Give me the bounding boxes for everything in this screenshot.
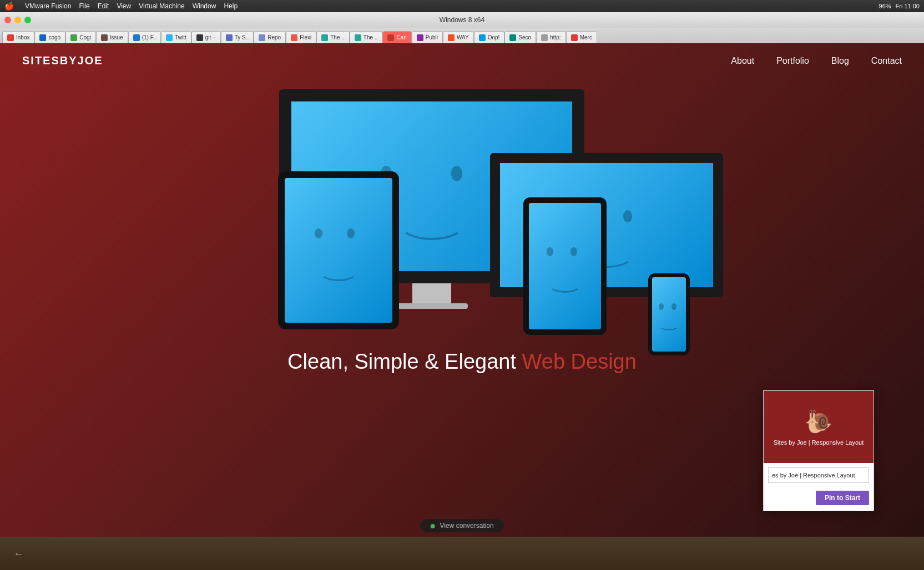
tab-git[interactable]: git – <box>191 31 221 43</box>
hero-text-white: Clean, Simple & Elegant <box>287 350 516 373</box>
tab-issue[interactable]: Issue <box>96 31 128 43</box>
menu-help[interactable]: Help <box>224 2 238 10</box>
tab-label: Inbox <box>16 34 29 40</box>
tab-favicon <box>39 34 46 41</box>
site-nav-links: About Portfolio Blog Contact <box>731 56 902 66</box>
tab-twitter[interactable]: Twitt <box>161 31 191 43</box>
menu-window[interactable]: Window <box>193 2 216 10</box>
maximize-button[interactable] <box>24 17 31 23</box>
logo-text-bold: BYJOE <box>60 54 103 67</box>
conversation-text: View conversation <box>440 522 494 530</box>
tablet-mid-eye-left <box>547 247 553 256</box>
tablet-mouth <box>319 262 358 281</box>
tab-label: Publi <box>426 34 438 40</box>
tab-publi[interactable]: Publi <box>412 31 443 43</box>
tab-merc[interactable]: Merc <box>566 31 597 43</box>
tab-label: cogo <box>48 34 60 40</box>
site-logo: SITESBYJOE <box>22 54 103 67</box>
nav-contact[interactable]: Contact <box>871 56 902 66</box>
windows-taskbar: ← <box>0 537 924 570</box>
close-button[interactable] <box>4 17 11 23</box>
tab-favicon <box>101 34 108 41</box>
tab-bar: Inbox cogo Cogi Issue (1) F.. Twitt <box>0 28 924 43</box>
tab-way[interactable]: WAY <box>443 31 474 43</box>
tab-favicon <box>133 34 140 41</box>
pin-popup-thumbnail: 🐌 Sites by Joe | Responsive Layout <box>764 391 873 463</box>
apple-logo[interactable]: 🍎 <box>4 2 14 11</box>
menubar-left: 🍎 VMware Fusion File Edit View Virtual M… <box>4 2 238 11</box>
window-controls <box>4 17 31 23</box>
tab-cogi[interactable]: Cogi <box>65 31 96 43</box>
tab-cogo[interactable]: cogo <box>34 31 65 43</box>
device-phone <box>648 273 690 355</box>
tab-oop[interactable]: Oop! <box>474 31 505 43</box>
monitor-base <box>396 303 468 309</box>
pin-to-start-popup: 🐌 Sites by Joe | Responsive Layout Pin t… <box>763 390 874 511</box>
tab-favicon <box>166 34 173 41</box>
nav-portfolio[interactable]: Portfolio <box>776 56 809 66</box>
device-tablet-mid <box>523 197 607 335</box>
snail-icon: 🐌 <box>805 409 832 435</box>
tab-favicon <box>355 34 361 41</box>
tab-http[interactable]: http: <box>536 31 565 43</box>
phone-eye-left <box>659 303 664 310</box>
menu-edit[interactable]: Edit <box>98 2 109 10</box>
nav-about[interactable]: About <box>731 56 754 66</box>
hero-text-accent: Web Design <box>522 350 637 373</box>
tab-favicon <box>291 34 297 41</box>
tab-favicon <box>259 34 265 41</box>
tablet-mid-eye-right <box>570 247 577 256</box>
monitor-eye-right <box>451 166 462 181</box>
tab-label: Repo <box>267 34 281 40</box>
laptop-eye-right <box>623 210 632 222</box>
tab-favicon <box>7 34 14 41</box>
tab-favicon <box>196 34 203 41</box>
tab-seco[interactable]: Seco <box>504 31 536 43</box>
tab-label: Can <box>396 34 406 40</box>
pin-to-start-button[interactable]: Pin to Start <box>816 491 869 505</box>
browser-content: SITESBYJOE About Portfolio Blog Contact <box>0 43 924 570</box>
tab-label: Issue <box>110 34 123 40</box>
tab-label: Cogi <box>79 34 91 40</box>
tab-label: http: <box>550 34 561 40</box>
clock: Fri 11:00 <box>896 3 920 9</box>
battery-indicator: 96% <box>879 3 891 9</box>
menu-file[interactable]: File <box>79 2 89 10</box>
menu-view[interactable]: View <box>117 2 131 10</box>
menu-vmware[interactable]: VMware Fusion <box>25 2 71 10</box>
tab-label: git – <box>205 34 216 40</box>
tab-can[interactable]: Can <box>382 31 411 43</box>
tab-label: Flexi <box>300 34 311 40</box>
website: SITESBYJOE About Portfolio Blog Contact <box>0 43 924 544</box>
conversation-bar[interactable]: View conversation <box>420 519 504 532</box>
window-titlebar: Windows 8 x64 <box>0 12 924 28</box>
pin-popup-input-row <box>764 463 873 487</box>
pin-popup-site-title: Sites by Joe | Responsive Layout <box>769 439 868 446</box>
conversation-dot <box>430 524 435 528</box>
logo-text-light: SITES <box>22 54 60 67</box>
tablet-eye-left <box>315 228 322 238</box>
tab-ty[interactable]: Ty S.. <box>221 31 254 43</box>
tab-favicon <box>541 34 548 41</box>
minimize-button[interactable] <box>14 17 21 23</box>
device-tablet-left <box>278 171 399 329</box>
menu-virtual-machine[interactable]: Virtual Machine <box>139 2 185 10</box>
tab-label: Oop! <box>488 34 500 40</box>
tab-favicon <box>321 34 328 41</box>
taskbar-back[interactable]: ← <box>9 545 29 562</box>
tablet-eye-right <box>347 228 355 238</box>
tab-fb[interactable]: (1) F.. <box>128 31 161 43</box>
tab-the2[interactable]: The .. <box>350 31 383 43</box>
menubar-right: 96% Fri 11:00 <box>879 3 920 9</box>
tab-favicon <box>387 34 394 41</box>
tab-label: Ty S.. <box>235 34 249 40</box>
tab-the1[interactable]: The .. <box>316 31 350 43</box>
tab-repo[interactable]: Repo <box>254 31 286 43</box>
pin-name-input[interactable] <box>768 467 869 483</box>
tab-inbox[interactable]: Inbox <box>2 31 34 43</box>
tab-flexi[interactable]: Flexi <box>286 31 316 43</box>
tab-label: Twitt <box>175 34 186 40</box>
phone-eye-right <box>671 303 676 310</box>
tab-favicon <box>448 34 455 41</box>
nav-blog[interactable]: Blog <box>831 56 849 66</box>
